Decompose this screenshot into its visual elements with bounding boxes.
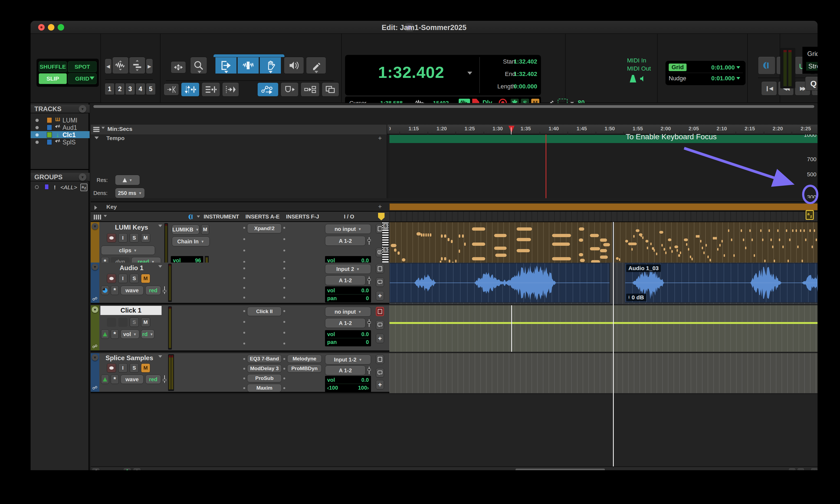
online-button[interactable] (758, 56, 775, 74)
tempo-res-select[interactable]: ▼ (115, 175, 140, 185)
elastic-audio-button[interactable]: * (111, 375, 119, 384)
scroll-home-button[interactable]: ⏴| (92, 468, 100, 470)
output-fader-icon[interactable] (367, 367, 371, 374)
output-fader-icon[interactable] (367, 237, 371, 245)
track-view-select[interactable]: clips▼ (101, 246, 155, 255)
insert-button-maxim[interactable]: Maxim (247, 384, 282, 392)
track-name-audio1[interactable]: Audio 1 (106, 264, 157, 272)
zoom-in-button[interactable]: ▶ (146, 59, 153, 74)
tempo-dens-select[interactable]: 250 ms▼ (115, 188, 145, 198)
track-color-swatch[interactable] (47, 139, 52, 145)
h-scroll-left[interactable]: ◀ (788, 468, 796, 470)
pencil-tool-button[interactable] (306, 57, 326, 74)
scroll-marker-b-button[interactable]: ⊥ (133, 468, 141, 470)
voice-button[interactable] (101, 329, 109, 339)
tracks-menu-button[interactable]: ▼ (79, 105, 86, 113)
ruler-label[interactable]: 1:20 (437, 126, 447, 132)
quantize-q-button[interactable]: Q (805, 76, 818, 91)
zoom-preset-1[interactable]: 1 (105, 83, 115, 95)
ruler-label[interactable]: 1:30 (492, 126, 503, 132)
voice-button[interactable] (101, 375, 109, 384)
smart-tool-bracket[interactable] (213, 54, 284, 57)
timebase-clock-icon[interactable] (188, 213, 195, 220)
keyboard-focus-shield-icon[interactable] (378, 213, 385, 220)
ruler-label[interactable]: 1:40 (548, 126, 559, 132)
mini-ruler[interactable] (389, 212, 818, 221)
playlist-select[interactable]: red (145, 375, 161, 384)
midi-zoom-button[interactable] (129, 57, 145, 74)
key-expand-icon[interactable] (94, 205, 97, 210)
instrument-mute-button[interactable]: M (201, 225, 209, 234)
sidebar-track-spls[interactable]: SplS (31, 139, 90, 145)
fader-mini-icon[interactable] (163, 375, 167, 383)
elastic-audio-button[interactable]: * (111, 286, 119, 295)
instrument-chain-select[interactable]: Chain In▼ (172, 237, 210, 246)
audio-clip-1[interactable] (389, 263, 610, 303)
insert-button-prosub[interactable]: ProSub (247, 374, 282, 382)
group-row-all[interactable]: ! <ALL> az (31, 183, 90, 192)
insert-button-prombdyn[interactable]: ProMBDyn (287, 364, 322, 373)
track-show-dot[interactable] (35, 119, 39, 122)
zoom-preset-2[interactable]: 2 (115, 83, 125, 95)
mute-button[interactable]: M (141, 274, 150, 283)
track-color-swatch[interactable] (47, 118, 52, 123)
link-track-edit-button[interactable] (202, 83, 220, 96)
track-view-select[interactable]: vol▼ (120, 329, 139, 339)
tempo-expand-icon[interactable] (94, 137, 99, 139)
io-output-select[interactable]: A 1-2 (325, 365, 366, 375)
ruler-label[interactable]: 1:15 (408, 126, 419, 132)
zoom-out-button[interactable]: ◀ (105, 59, 112, 74)
ruler-label[interactable]: 1:35 (520, 126, 531, 132)
insert-button-xpand-2[interactable]: Xpand!2 (247, 223, 282, 233)
ruler-name[interactable]: Min:Secs (107, 126, 132, 132)
ruler-label[interactable]: 1:50 (605, 126, 615, 132)
ruler-label[interactable]: 2:20 (773, 126, 783, 132)
object-button[interactable] (376, 355, 384, 364)
track-collapse-button[interactable]: ▼ (92, 354, 98, 361)
track-lane-click1[interactable] (389, 305, 818, 352)
io-vol-pan[interactable]: vol0.0 pan0 (325, 330, 371, 346)
h-scroll-thumb[interactable] (515, 469, 605, 470)
io-output-select[interactable]: A 1-2 (325, 236, 366, 246)
h-zoom-plus[interactable]: ＋ (810, 468, 818, 470)
insert-button-eq3-7-band[interactable]: EQ3 7-Band (247, 355, 282, 363)
scroll-marker-a-button[interactable] (123, 468, 131, 470)
nudge-value[interactable]: 0:01.000 (701, 75, 735, 82)
comments-button[interactable] (376, 278, 384, 287)
instrument-plugin-select[interactable]: LUMIKB▼ (172, 225, 199, 234)
insertion-follows-playback-button[interactable] (222, 83, 239, 96)
io-output-select[interactable]: A 1-2 (325, 318, 366, 328)
track-color-swatch[interactable] (47, 125, 52, 130)
tempo-label[interactable]: Tempo (106, 135, 124, 141)
keyboard-focus-az-button[interactable]: az (806, 210, 814, 220)
mute-button[interactable]: M (141, 233, 150, 242)
grid-value-label[interactable]: Grid (669, 64, 686, 71)
zoomer-tool-button[interactable] (190, 57, 207, 74)
key-add-button[interactable]: + (378, 203, 382, 210)
ruler-label[interactable]: 2:10 (717, 126, 727, 132)
track-view-select[interactable]: wave (120, 286, 144, 295)
playlist-select[interactable]: red (145, 286, 161, 295)
ruler-timeline[interactable]: 1:101:151:201:251:301:351:401:451:501:55… (389, 125, 818, 134)
length-value[interactable]: 0:00.000 (496, 83, 537, 90)
midi-speaker-icon[interactable] (640, 75, 647, 83)
solo-button[interactable]: S (129, 274, 139, 283)
grid-value-dropdown-icon[interactable] (736, 66, 740, 69)
grid-mode-dropdown-icon[interactable] (90, 76, 94, 80)
track-name-label[interactable]: Clc1 (63, 131, 76, 139)
return-to-zero-button[interactable]: ❙◀ (761, 82, 777, 95)
column-header-instrument[interactable]: INSTRUMENT (200, 212, 242, 221)
grid-value[interactable]: 0:01.000 (701, 64, 735, 71)
nudge-value-label[interactable]: Nudge (669, 75, 686, 82)
sidebar-track-lumi[interactable]: ШLUMI (31, 116, 90, 124)
track-name-dropdown[interactable] (158, 225, 162, 227)
record-enable-button[interactable] (107, 363, 116, 373)
track-name-dropdown[interactable] (158, 355, 162, 358)
ruler-label[interactable]: 2:05 (688, 126, 699, 132)
scrubber-tool-button[interactable] (284, 57, 304, 74)
metronome-icon[interactable] (630, 75, 636, 83)
tempo-add-button[interactable]: + (378, 134, 382, 142)
mode-shuffle-button[interactable]: SHUFFLE (39, 61, 67, 72)
track-show-dot[interactable] (35, 133, 39, 137)
window-configuration-button[interactable] (322, 83, 339, 96)
